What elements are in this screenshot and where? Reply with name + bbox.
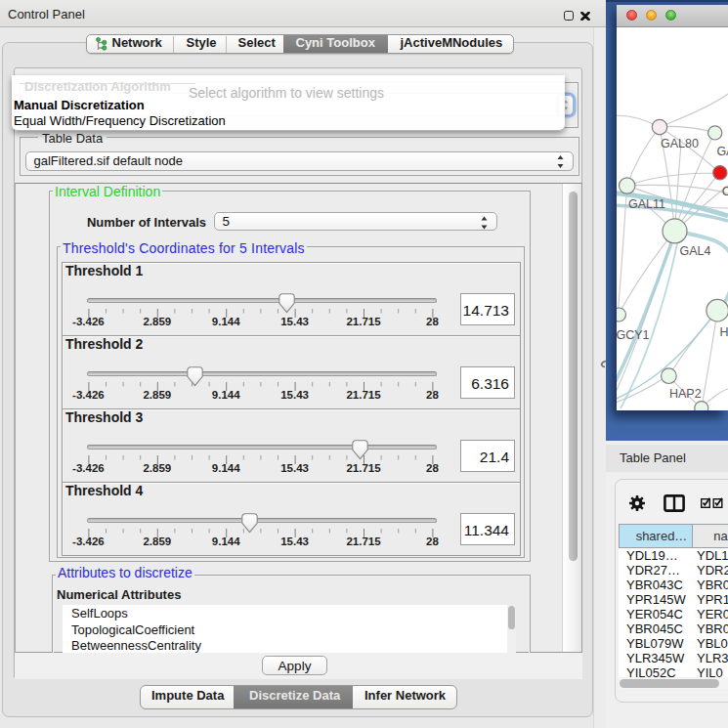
svg-text:HAP2: HAP2 <box>669 387 702 401</box>
svg-text:GA: GA <box>716 145 728 158</box>
svg-text:C: C <box>722 185 728 198</box>
svg-text:HA: HA <box>720 325 728 339</box>
svg-text:GAL80: GAL80 <box>661 137 699 150</box>
svg-text:GAL11: GAL11 <box>628 197 665 211</box>
svg-text:GAL4: GAL4 <box>680 244 711 258</box>
svg-text:GCY1: GCY1 <box>617 328 650 342</box>
